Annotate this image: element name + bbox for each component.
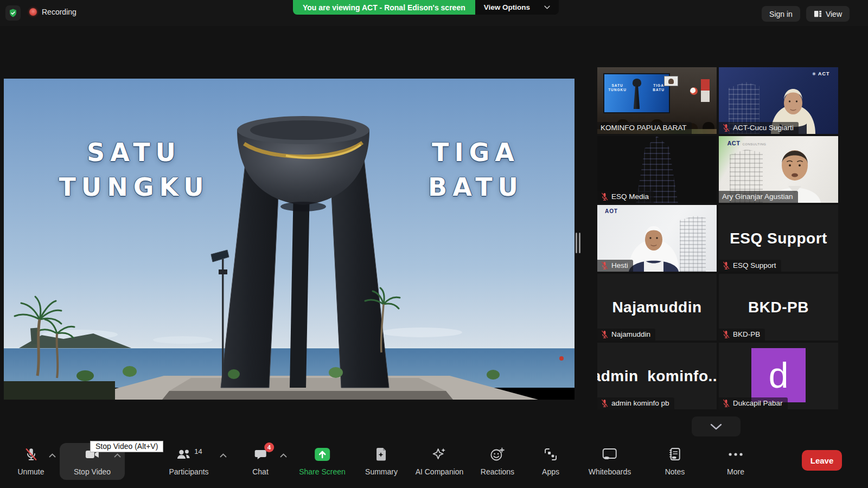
- muted-mic-icon: [722, 124, 730, 132]
- act-logo: ACT: [812, 71, 829, 76]
- whiteboards-button[interactable]: Whiteboards: [589, 447, 631, 476]
- participant-name-label: ACT-Cucu Sugiarti: [719, 122, 799, 134]
- act-consulting-logo: ACTCONSULTING: [727, 140, 766, 146]
- chat-button[interactable]: 4 Chat: [252, 447, 269, 476]
- muted-mic-icon: [601, 399, 609, 407]
- leave-button[interactable]: Leave: [802, 450, 842, 471]
- participant-tile-act-cucu-sugiarti[interactable]: ACTACT-Cucu Sugiarti: [719, 67, 838, 134]
- chevron-down-icon: [544, 5, 550, 9]
- view-layout-icon: [814, 10, 822, 18]
- sign-in-button[interactable]: Sign in: [762, 6, 800, 22]
- muted-mic-icon: [601, 192, 609, 201]
- participant-tile-kominfo-papua-barat[interactable]: SATU TUNGKUTIGA BATUKOMINFO PAPUA BARAT: [597, 67, 717, 134]
- participant-name: Najamuddin: [611, 330, 650, 338]
- viewing-banner-text: You are viewing ACT - Ronal Edison's scr…: [293, 0, 475, 15]
- participant-name: ESQ Support: [733, 261, 776, 269]
- muted-mic-icon: [601, 261, 609, 269]
- stop-video-tooltip: Stop Video (Alt+V): [90, 441, 163, 452]
- chat-unread-badge: 4: [264, 442, 274, 452]
- participant-name-label: ESQ Support: [719, 260, 781, 272]
- ai-companion-button[interactable]: AI Companion: [416, 447, 464, 476]
- chevron-down-icon: [710, 423, 722, 430]
- participant-name: ACT-Cucu Sugiarti: [733, 124, 794, 132]
- participant-name-label: ESQ Media: [597, 191, 654, 203]
- pip-video: [664, 76, 678, 87]
- more-button[interactable]: More: [727, 447, 744, 476]
- participant-tile-najamuddin[interactable]: NajamuddinNajamuddin: [597, 274, 717, 341]
- participant-name-label: KOMINFO PAPUA BARAT: [597, 122, 692, 134]
- projection-screen: SATU TUNGKUTIGA BATU: [603, 73, 670, 113]
- indonesia-flag: [701, 79, 709, 102]
- monument-scene: [4, 79, 575, 400]
- participant-name-label: Najamuddin: [597, 329, 655, 341]
- participants-button[interactable]: 14 Participants: [169, 447, 208, 476]
- unmute-button[interactable]: Unmute: [17, 447, 44, 476]
- recording-indicator: Recording: [29, 8, 76, 16]
- whiteboards-icon: [602, 448, 618, 461]
- notes-icon: [668, 447, 682, 461]
- muted-mic-icon: [722, 399, 730, 407]
- participant-tile-esq-media[interactable]: ESQ Media: [597, 136, 717, 203]
- reactions-icon: [490, 447, 505, 461]
- muted-mic-icon: [24, 447, 38, 461]
- more-dots-icon: [728, 452, 743, 457]
- monument-title-left: SATU TUNGKU: [36, 135, 232, 204]
- participant-tile-bkd-pb[interactable]: BKD-PBBKD-PB: [719, 274, 838, 341]
- participant-tile-esq-support[interactable]: ESQ SupportESQ Support: [719, 205, 838, 272]
- meeting-toolbar: Stop Video (Alt+V) Unmute Stop Video: [0, 439, 868, 488]
- top-bar: Recording You are viewing ACT - Ronal Ed…: [0, 0, 868, 26]
- participant-name-label: Hesti: [597, 260, 633, 272]
- audio-options-chevron[interactable]: [49, 451, 56, 459]
- summary-button[interactable]: Summary: [365, 447, 398, 476]
- recording-dot-icon: [29, 8, 37, 16]
- participant-name-label: BKD-PB: [719, 329, 765, 341]
- ai-companion-icon: [432, 447, 447, 462]
- recording-label: Recording: [42, 8, 76, 16]
- muted-mic-icon: [601, 330, 609, 338]
- apps-icon: [544, 447, 558, 461]
- participant-name: admin kominfo pb: [611, 399, 669, 407]
- participant-name: ESQ Media: [611, 192, 649, 201]
- viewing-banner: You are viewing ACT - Ronal Edison's scr…: [293, 0, 559, 15]
- participant-name: Ary Ginanjar Agustian: [722, 192, 793, 201]
- participants-options-chevron[interactable]: [220, 451, 227, 459]
- avatar: d: [751, 348, 806, 402]
- participant-name: BKD-PB: [733, 330, 760, 338]
- participant-tile-ary-ginanjar-agustian[interactable]: ACTCONSULTINGAry Ginanjar Agustian: [719, 136, 838, 203]
- view-button[interactable]: View: [806, 6, 850, 22]
- shared-screen-video: SATU TUNGKU TIGA BATU: [4, 79, 575, 400]
- panel-resize-handle[interactable]: [576, 233, 580, 253]
- kominfo-logo: [690, 87, 698, 95]
- participant-name: KOMINFO PAPUA BARAT: [601, 124, 687, 132]
- reactions-button[interactable]: Reactions: [481, 447, 514, 476]
- participant-name: Hesti: [611, 261, 628, 269]
- view-options-button[interactable]: View Options: [475, 0, 559, 15]
- participants-count: 14: [194, 447, 202, 455]
- participant-name-label: Dukcapil Pabar: [719, 397, 788, 409]
- mirrored-act-logo: TOA: [604, 208, 617, 214]
- participant-tile-hesti[interactable]: TOAHesti: [597, 205, 717, 272]
- participant-name-label: admin kominfo pb: [597, 397, 674, 409]
- notes-button[interactable]: Notes: [665, 447, 685, 476]
- share-screen-icon: [314, 447, 331, 461]
- participant-tile-admin-kominfo-pb[interactable]: admin kominfo...admin kominfo pb: [597, 343, 717, 409]
- participant-name-label: Ary Ginanjar Agustian: [719, 191, 798, 203]
- participant-name: Dukcapil Pabar: [733, 399, 783, 407]
- security-shield-icon[interactable]: [5, 5, 21, 21]
- participants-icon: [175, 448, 192, 461]
- more-participants-button[interactable]: [692, 416, 741, 436]
- chat-options-chevron[interactable]: [280, 451, 287, 459]
- participants-panel: SATU TUNGKUTIGA BATUKOMINFO PAPUA BARATA…: [597, 67, 838, 409]
- summary-icon: [375, 447, 388, 461]
- mini-monument: [629, 79, 644, 109]
- participant-tile-dukcapil-pabar[interactable]: dDukcapil Pabar: [719, 343, 838, 409]
- muted-mic-icon: [722, 261, 730, 269]
- muted-mic-icon: [722, 330, 730, 338]
- monument-title-right: TIGA BATU: [384, 135, 568, 204]
- share-screen-button[interactable]: Share Screen: [299, 447, 346, 476]
- apps-button[interactable]: Apps: [542, 447, 559, 476]
- video-options-chevron[interactable]: [114, 451, 121, 459]
